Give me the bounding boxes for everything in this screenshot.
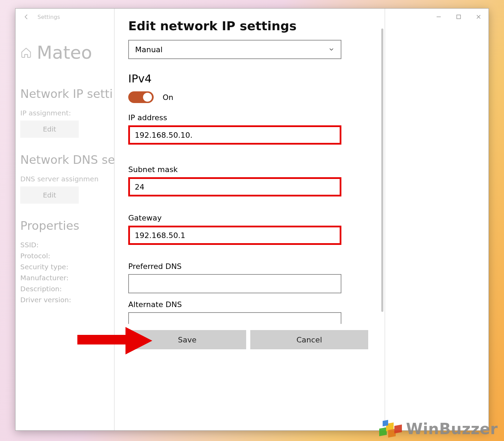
alternate-dns-label: Alternate DNS <box>128 300 368 309</box>
ipv4-toggle[interactable] <box>128 91 154 103</box>
ipv4-toggle-row: On <box>128 91 368 103</box>
ip-mode-select[interactable]: Manual <box>128 40 341 59</box>
ip-address-input[interactable]: 192.168.50.10. <box>128 125 341 145</box>
dialog-content: Edit network IP settings Manual IPv4 On … <box>114 9 385 430</box>
dialog-title: Edit network IP settings <box>128 19 368 33</box>
watermark: WinBuzzer <box>376 419 498 438</box>
ip-mode-value: Manual <box>135 45 163 54</box>
ipv4-toggle-state: On <box>163 93 173 102</box>
subnet-label: Subnet mask <box>128 165 368 174</box>
ipv4-heading: IPv4 <box>128 72 368 85</box>
preferred-dns-label: Preferred DNS <box>128 262 368 271</box>
toggle-knob <box>143 93 152 102</box>
cancel-button[interactable]: Cancel <box>250 330 368 349</box>
watermark-logo-icon <box>376 419 404 438</box>
gateway-label: Gateway <box>128 214 368 222</box>
dialog-scrollbar[interactable] <box>381 29 383 312</box>
preferred-dns-input[interactable] <box>128 274 341 293</box>
settings-window: Settings Mateo Network IP setti IP assig… <box>15 8 489 431</box>
save-button[interactable]: Save <box>128 330 246 349</box>
chevron-down-icon <box>328 46 335 53</box>
edit-ip-dialog: Edit network IP settings Manual IPv4 On … <box>114 9 385 430</box>
gateway-input[interactable]: 192.168.50.1 <box>128 226 341 245</box>
subnet-input[interactable]: 24 <box>128 177 341 196</box>
alternate-dns-input[interactable] <box>128 312 341 324</box>
dialog-buttons: Save Cancel <box>128 330 368 349</box>
watermark-text: WinBuzzer <box>406 420 498 438</box>
ip-address-label: IP address <box>128 113 368 122</box>
